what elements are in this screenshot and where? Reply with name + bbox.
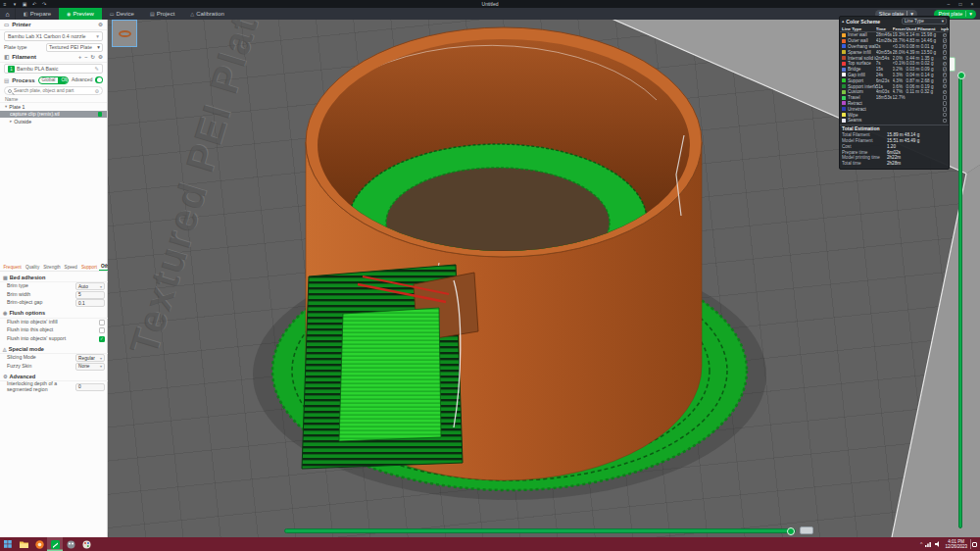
tab-preview[interactable]: ◉ Preview xyxy=(59,8,102,20)
printable-state-icon[interactable] xyxy=(98,112,103,117)
notification-center-icon[interactable] xyxy=(970,539,978,549)
display-checkbox[interactable]: ✓ xyxy=(943,73,948,77)
network-icon[interactable] xyxy=(925,541,932,547)
display-checkbox[interactable]: ✓ xyxy=(943,84,948,89)
col-used-filament: Used Filament xyxy=(906,26,941,31)
brim-object-gap-input[interactable]: 0.1 xyxy=(75,299,105,307)
used-filament-value: 0.08 m 0.01 g xyxy=(906,44,941,49)
process-scope-toggle[interactable]: Global Objects xyxy=(38,76,69,84)
start-button[interactable] xyxy=(0,537,16,551)
tab-label: Calibration xyxy=(196,11,224,17)
home-icon[interactable]: ⌂ xyxy=(0,8,16,20)
browser-icon[interactable] xyxy=(31,537,47,551)
horizontal-slider-handle[interactable] xyxy=(787,527,795,535)
remove-filament-icon[interactable]: − xyxy=(84,54,87,60)
object-item-label: capture clip (remix).stl xyxy=(10,111,60,117)
line-type-select[interactable]: Line Type ▾ xyxy=(902,18,947,25)
layer-slider[interactable] xyxy=(958,74,962,528)
display-checkbox[interactable]: ✓ xyxy=(943,33,948,38)
bambu-studio-icon[interactable] xyxy=(47,537,63,551)
tab-project[interactable]: ▤ Project xyxy=(142,8,182,20)
line-color-chip xyxy=(842,107,846,111)
slider-end-box[interactable] xyxy=(800,526,813,534)
advanced-label: Advanced xyxy=(72,77,92,82)
display-checkbox[interactable] xyxy=(943,95,948,100)
display-checkbox[interactable] xyxy=(943,107,948,112)
plate-type-label: Plate type xyxy=(4,44,27,50)
tab-strength[interactable]: Strength xyxy=(42,265,62,271)
display-checkbox[interactable]: ✓ xyxy=(943,56,948,61)
paint-icon[interactable] xyxy=(78,537,94,551)
printer-settings-gear-icon[interactable]: ⚙ xyxy=(98,22,103,27)
legend-row: Top surface7s<0.1%0.03 m 0.02 g✓ xyxy=(840,61,949,67)
sync-filament-icon[interactable]: ↻ xyxy=(90,54,95,60)
search-settings-gear-icon[interactable]: ⚙ xyxy=(95,88,99,94)
tab-support[interactable]: Support xyxy=(79,265,98,271)
outside-item-label: Outside xyxy=(14,119,31,125)
tree-row-outside[interactable]: ▸ Outside xyxy=(0,118,107,125)
plate-type-select[interactable]: Textured PEI Plate ▾ xyxy=(46,43,103,52)
tab-quality[interactable]: Quality xyxy=(24,265,40,271)
time-value: 24s xyxy=(876,73,893,77)
tab-frequent[interactable]: Frequent xyxy=(2,265,23,271)
project-icon: ▤ xyxy=(150,11,155,17)
total-label: Total time xyxy=(842,161,887,166)
tab-prepare[interactable]: ◧ Prepare xyxy=(16,8,59,20)
flush-object-checkbox[interactable] xyxy=(99,327,105,333)
advanced-toggle[interactable] xyxy=(95,76,103,83)
display-checkbox[interactable]: ✓ xyxy=(943,62,948,67)
tab-speed[interactable]: Speed xyxy=(63,265,78,271)
tab-device[interactable]: ▭ Device xyxy=(102,8,142,20)
fuzzy-skin-select[interactable]: None ▾ xyxy=(75,363,105,371)
line-type-label: Top surface xyxy=(848,61,871,66)
global-toggle-option[interactable]: Global xyxy=(39,77,59,83)
tray-expand-icon[interactable]: ^ xyxy=(920,541,922,547)
plate-thumbnail[interactable] xyxy=(112,20,137,47)
volume-icon[interactable] xyxy=(935,541,942,547)
tree-row-object-selected[interactable]: capture clip (remix).stl xyxy=(0,111,107,119)
brim-width-input[interactable]: 5 xyxy=(75,291,105,299)
search-input[interactable] xyxy=(14,88,93,93)
minimize-button[interactable]: – xyxy=(943,0,955,8)
horizontal-move-slider[interactable] xyxy=(284,528,796,533)
display-checkbox[interactable]: ✓ xyxy=(943,78,948,83)
caret-right-icon[interactable]: ▸ xyxy=(10,119,12,124)
flush-support-checkbox[interactable]: ✓ xyxy=(99,336,105,342)
objects-toggle-option[interactable]: Objects xyxy=(58,77,69,83)
filament-select[interactable]: 1 Bambu PLA Basic ✎ xyxy=(4,64,103,74)
collapse-icon[interactable]: ▴ xyxy=(842,19,844,24)
brim-type-select[interactable]: Auto ▾ xyxy=(75,282,105,290)
printer-select[interactable]: Bambu Lab X1 Carbon 0.4 nozzle ▾ xyxy=(4,31,103,41)
maximize-button[interactable]: □ xyxy=(955,0,966,8)
taskbar-clock[interactable]: 4:01 PM 12/26/2023 xyxy=(945,539,967,550)
display-checkbox[interactable] xyxy=(943,101,948,106)
flush-infill-checkbox[interactable] xyxy=(99,320,105,326)
display-checkbox[interactable]: ✓ xyxy=(943,67,948,72)
param-row-slicing-mode: Slicing Mode Regular ▾ xyxy=(0,354,108,363)
caret-down-icon[interactable]: ▾ xyxy=(5,104,7,109)
display-checkbox[interactable]: ✓ xyxy=(943,38,948,43)
advanced-icon: ⚙ xyxy=(3,374,7,379)
slicing-mode-select[interactable]: Regular ▾ xyxy=(75,354,105,362)
edit-filament-icon[interactable]: ✎ xyxy=(95,66,99,72)
display-checkbox[interactable]: ✓ xyxy=(943,44,948,49)
display-checkbox[interactable]: ✓ xyxy=(943,90,948,95)
chevron-down-icon[interactable]: ▾ xyxy=(969,11,972,17)
printer-header-label: Printer xyxy=(12,22,30,27)
percent-value: 19.3% xyxy=(893,32,906,37)
interlocking-depth-input[interactable]: 0 xyxy=(75,383,105,391)
layer-slider-handle[interactable] xyxy=(957,72,965,79)
legend-row: Support6m23s4.3%0.87 m 2.68 g✓ xyxy=(840,77,949,83)
display-checkbox[interactable]: ✓ xyxy=(943,50,948,55)
file-explorer-icon[interactable] xyxy=(16,537,31,551)
add-filament-icon[interactable]: + xyxy=(78,54,81,60)
image-editor-icon[interactable] xyxy=(63,537,78,551)
filament-settings-gear-icon[interactable]: ⚙ xyxy=(98,54,103,60)
tab-calibration[interactable]: △ Calibration xyxy=(182,8,232,20)
tree-row-plate[interactable]: ▾ Plate 1 xyxy=(0,103,107,111)
close-button[interactable]: × xyxy=(966,0,978,8)
line-color-chip xyxy=(842,33,846,37)
display-checkbox[interactable] xyxy=(943,119,948,124)
chevron-down-icon: ▾ xyxy=(97,44,100,50)
display-checkbox[interactable] xyxy=(943,113,948,118)
